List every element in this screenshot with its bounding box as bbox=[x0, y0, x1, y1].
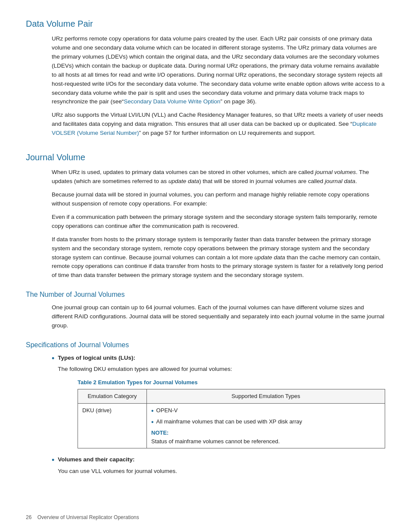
table-cell-dku-types: • OPEN-V • All mainframe volumes that ca… bbox=[147, 403, 385, 448]
bullet-types-of-lus: • Types of logical units (LUs): The foll… bbox=[52, 354, 385, 374]
para-jv-3: Even if a communication path between the… bbox=[52, 213, 385, 231]
bullet-label-volumes-capacity: Volumes and their capacity: bbox=[58, 456, 134, 463]
body-number-of-journal-volumes: One journal group can contain up to 64 j… bbox=[52, 303, 385, 330]
table-bullet-dot-2: • bbox=[151, 417, 154, 427]
para-jv-2: Because journal data will be stored in j… bbox=[52, 190, 385, 208]
table-header-category: Emulation Category bbox=[78, 389, 147, 404]
table-bullet-text-openV: OPEN-V bbox=[156, 406, 178, 415]
table-bullet-openV: • OPEN-V bbox=[151, 406, 380, 416]
table-row-dku: DKU (drive) • OPEN-V • All mainframe vol… bbox=[78, 403, 385, 448]
footer: 26 Overview of Universal Replicator Oper… bbox=[26, 513, 139, 521]
para-volumes-capacity: You can use VLL volumes for journal volu… bbox=[58, 467, 385, 476]
para-dvp-2: URz also supports the Virtual LVI/LUN (V… bbox=[52, 111, 385, 138]
bullet-label-types-of-lus: Types of logical units (LUs): bbox=[58, 355, 135, 361]
bullet-dot-1: • bbox=[52, 354, 54, 364]
table-header-types: Supported Emulation Types bbox=[147, 389, 385, 404]
table-bullet-text-mainframe: All mainframe volumes that can be used w… bbox=[156, 417, 302, 426]
link-secondary-data-volume[interactable]: Secondary Data Volume Write Option bbox=[124, 98, 220, 105]
link-duplicate-volser[interactable]: Duplicate VOLSER (Volume Serial Number) bbox=[52, 121, 377, 136]
footer-section-title: Overview of Universal Replicator Operati… bbox=[37, 514, 139, 520]
para-dvp-1: URz performs remote copy operations for … bbox=[52, 34, 385, 106]
note-label: NOTE: bbox=[151, 429, 168, 436]
table-cell-dku-category: DKU (drive) bbox=[78, 403, 147, 448]
body-journal-volume: When URz is used, updates to primary dat… bbox=[52, 168, 385, 280]
specifications-bullets: • Types of logical units (LUs): The foll… bbox=[52, 354, 385, 476]
heading-number-of-journal-volumes: The Number of Journal Volumes bbox=[26, 289, 385, 300]
heading-journal-volume: Journal Volume bbox=[26, 151, 385, 164]
bullet-content-volumes-capacity: Volumes and their capacity: You can use … bbox=[58, 455, 385, 476]
body-data-volume-pair: URz performs remote copy operations for … bbox=[52, 34, 385, 138]
note-text: Status of mainframe volumes cannot be re… bbox=[151, 438, 280, 445]
page: Data Volume Pair URz performs remote cop… bbox=[0, 0, 411, 532]
bullet-content-types-of-lus: Types of logical units (LUs): The follow… bbox=[58, 354, 385, 374]
table-bullet-mainframe: • All mainframe volumes that can be used… bbox=[151, 417, 380, 427]
table-note: NOTE: Status of mainframe volumes cannot… bbox=[151, 429, 380, 445]
para-njv-1: One journal group can contain up to 64 j… bbox=[52, 303, 385, 330]
bullet-volumes-capacity: • Volumes and their capacity: You can us… bbox=[52, 455, 385, 476]
heading-data-volume-pair: Data Volume Pair bbox=[26, 17, 385, 30]
emulation-types-table: Emulation Category Supported Emulation T… bbox=[78, 389, 385, 448]
para-jv-4: If data transfer from hosts to the prima… bbox=[52, 235, 385, 280]
heading-specifications-of-journal-volumes: Specifications of Journal Volumes bbox=[26, 340, 385, 350]
table-caption: Table 2 Emulation Types for Journal Volu… bbox=[78, 378, 385, 387]
para-jv-1: When URz is used, updates to primary dat… bbox=[52, 168, 385, 186]
footer-page-number: 26 bbox=[26, 514, 31, 520]
para-types-intro: The following DKU emulation types are al… bbox=[58, 365, 385, 373]
table-bullet-dot-1: • bbox=[151, 406, 154, 416]
bullet-dot-2: • bbox=[52, 455, 54, 465]
